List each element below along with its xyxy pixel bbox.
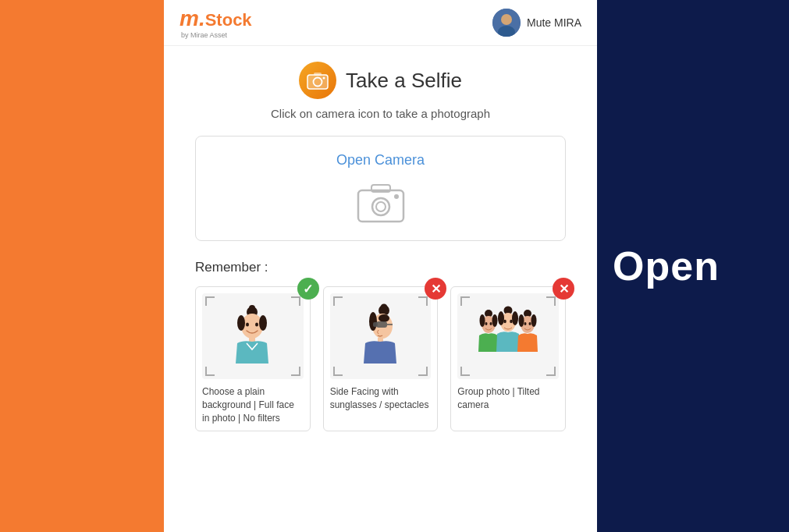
camera-box: Open Camera [195, 136, 566, 241]
svg-point-1 [501, 14, 512, 25]
svg-point-18 [246, 323, 249, 327]
svg-point-34 [485, 322, 488, 325]
logo-area: m. Stock by Mirae Asset [179, 6, 252, 39]
svg-point-11 [394, 194, 399, 199]
open-camera-link[interactable]: Open Camera [336, 152, 425, 168]
remember-label: Remember : [195, 260, 566, 275]
card-good-image [202, 293, 304, 379]
camera-icon-circle[interactable] [299, 62, 336, 99]
svg-point-24 [369, 312, 377, 331]
card-good-caption: Choose a plain background | Full face in… [202, 385, 304, 424]
svg-point-25 [379, 314, 389, 322]
svg-point-17 [259, 315, 267, 331]
right-panel: Open [597, 0, 789, 532]
svg-point-8 [372, 198, 389, 215]
svg-point-14 [249, 305, 255, 311]
svg-point-45 [531, 314, 537, 327]
logo-stock: Stock [205, 10, 252, 30]
svg-point-46 [524, 322, 527, 325]
svg-point-22 [381, 304, 388, 311]
card-group: ✕ [450, 286, 566, 431]
user-name: Mute MIRA [527, 16, 581, 29]
selfie-subtitle: Click on camera icon to take a photograp… [195, 107, 566, 120]
card-group-image [457, 293, 559, 379]
card-good: ✓ [195, 286, 311, 431]
left-sidebar-panel [0, 0, 164, 532]
selfie-header: Take a Selfie [195, 62, 566, 99]
right-panel-open-text: Open [613, 243, 720, 289]
selfie-title: Take a Selfie [346, 69, 462, 93]
svg-point-44 [519, 314, 524, 327]
user-area: Mute MIRA [492, 9, 581, 37]
svg-point-38 [498, 311, 504, 325]
logo-by: by Mirae Asset [181, 31, 252, 39]
card-side-caption: Side Facing with sunglasses / spectacles [330, 385, 432, 412]
logo-m: m. [179, 6, 205, 31]
card-group-badge: ✕ [553, 278, 574, 300]
svg-point-47 [529, 322, 531, 325]
svg-point-41 [510, 320, 513, 323]
svg-point-19 [255, 323, 258, 327]
logo-text: m. Stock by Mirae Asset [179, 6, 252, 39]
svg-point-33 [492, 314, 498, 327]
camera-placeholder-icon [356, 181, 406, 225]
svg-point-16 [237, 315, 245, 331]
svg-point-32 [480, 314, 485, 327]
svg-rect-26 [376, 321, 387, 328]
cards-row: ✓ [195, 286, 566, 431]
card-group-caption: Group photo | Tilted camera [457, 385, 559, 412]
svg-rect-27 [373, 322, 378, 327]
svg-point-39 [512, 311, 518, 325]
card-side-image [330, 293, 432, 379]
center-panel: m. Stock by Mirae Asset Mute MIRA [164, 0, 597, 532]
svg-point-9 [376, 202, 386, 211]
card-good-badge: ✓ [297, 278, 319, 300]
svg-point-35 [490, 322, 492, 325]
header: m. Stock by Mirae Asset Mute MIRA [164, 0, 597, 46]
card-side-badge: ✕ [425, 278, 446, 300]
main-content: Take a Selfie Click on camera icon to ta… [164, 46, 597, 532]
svg-point-6 [323, 77, 325, 80]
card-side: ✕ [323, 286, 439, 431]
remember-section: Remember : ✓ [195, 260, 566, 431]
avatar [492, 9, 521, 37]
svg-point-40 [503, 320, 506, 323]
svg-rect-5 [314, 73, 322, 76]
